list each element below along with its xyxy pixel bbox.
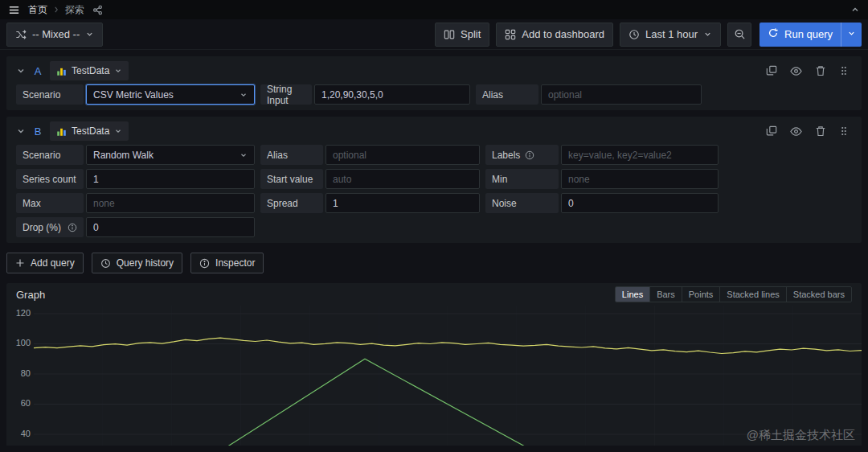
grafana-explore-page: 首页 探索 -- Mixed -- xyxy=(0,0,868,452)
hide-query-eye-icon[interactable] xyxy=(790,125,802,138)
clock-icon xyxy=(628,29,640,40)
time-range-label: Last 1 hour xyxy=(645,28,698,40)
duplicate-query-icon[interactable] xyxy=(766,65,777,76)
query-b-row-3: Max Spread Noise xyxy=(13,193,855,213)
drop-label: Drop (%) xyxy=(16,217,84,237)
alias-field-a[interactable] xyxy=(541,84,702,105)
spread-label: Spread xyxy=(260,193,323,213)
testdata-icon xyxy=(56,66,67,76)
labels-label: Labels xyxy=(485,145,559,165)
run-query-dropdown-button[interactable] xyxy=(841,23,862,47)
query-editor-b: B TestData Scenario Random Walk xyxy=(6,117,862,243)
chevron-down-icon xyxy=(240,151,248,159)
query-a-header: A TestData xyxy=(13,61,855,80)
inspector-button[interactable]: Inspector xyxy=(190,253,264,273)
run-query-group: Run query xyxy=(760,23,862,47)
scenario-select-a-value: CSV Metric Values xyxy=(93,89,174,101)
mode-stacked-lines-button[interactable]: Stacked lines xyxy=(719,287,785,302)
graph-style-toggle: Lines Bars Points Stacked lines Stacked … xyxy=(615,286,852,302)
spread-field[interactable] xyxy=(326,193,480,213)
chevron-right-icon xyxy=(52,6,60,14)
string-input-label: String Input xyxy=(260,84,312,105)
datasource-picker[interactable]: -- Mixed -- xyxy=(6,23,103,47)
query-a-ref-id: A xyxy=(32,65,43,77)
query-b-row-1: Scenario Random Walk Alias Labels xyxy=(13,145,855,165)
collapse-query-b-icon[interactable] xyxy=(16,126,26,136)
plot-area[interactable] xyxy=(34,306,862,446)
query-b-row-4: Drop (%) xyxy=(13,217,855,237)
y-tick-120: 120 xyxy=(16,308,31,318)
mode-points-button[interactable]: Points xyxy=(682,287,720,302)
collapse-chevron-up-icon[interactable] xyxy=(850,5,860,14)
info-icon[interactable] xyxy=(68,223,77,232)
share-icon[interactable] xyxy=(92,5,103,15)
query-b-datasource-picker[interactable]: TestData xyxy=(50,121,129,141)
info-circle-icon xyxy=(199,258,210,269)
drop-field[interactable] xyxy=(86,217,255,237)
time-range-picker[interactable]: Last 1 hour xyxy=(620,23,721,47)
run-query-label: Run query xyxy=(784,28,833,40)
zoom-out-button[interactable] xyxy=(727,23,751,47)
query-b-datasource-label: TestData xyxy=(72,125,109,137)
duplicate-query-icon[interactable] xyxy=(766,125,777,137)
mode-stacked-bars-button[interactable]: Stacked bars xyxy=(786,287,851,302)
add-query-button[interactable]: Add query xyxy=(6,253,84,273)
breadcrumb: 首页 探索 xyxy=(28,3,84,17)
drag-handle-icon[interactable] xyxy=(839,125,849,137)
labels-label-text: Labels xyxy=(492,150,520,161)
split-button[interactable]: Split xyxy=(435,23,489,47)
chevron-down-icon xyxy=(240,91,248,99)
query-a-datasource-picker[interactable]: TestData xyxy=(50,61,129,80)
query-history-button[interactable]: Query history xyxy=(92,253,182,273)
alias-field-b[interactable] xyxy=(326,145,480,165)
string-input-field[interactable] xyxy=(314,84,470,105)
graph-panel: Graph Lines Bars Points Stacked lines St… xyxy=(6,283,862,446)
max-field[interactable] xyxy=(86,193,255,213)
plus-icon xyxy=(15,258,25,268)
split-label: Split xyxy=(461,28,481,40)
chevron-down-icon xyxy=(85,30,94,39)
sync-icon xyxy=(768,27,779,41)
chevron-down-icon xyxy=(114,127,122,135)
add-query-label: Add query xyxy=(31,257,75,269)
y-tick-80: 80 xyxy=(21,368,31,378)
drag-handle-icon[interactable] xyxy=(839,65,849,76)
scenario-label: Scenario xyxy=(16,145,84,165)
scenario-select-b-value: Random Walk xyxy=(93,150,154,161)
inspector-label: Inspector xyxy=(215,257,255,269)
labels-field[interactable] xyxy=(561,145,719,165)
menu-icon[interactable] xyxy=(8,4,20,16)
explore-content: A TestData Scenario CSV Metric Values xyxy=(0,50,868,452)
breadcrumb-current[interactable]: 探索 xyxy=(65,3,84,17)
mode-bars-button[interactable]: Bars xyxy=(649,287,682,302)
apps-grid-icon xyxy=(505,29,516,40)
run-query-button[interactable]: Run query xyxy=(760,23,841,47)
alias-label-a: Alias xyxy=(476,84,538,105)
series-count-field[interactable] xyxy=(86,169,255,189)
mode-lines-button[interactable]: Lines xyxy=(616,287,649,302)
min-field[interactable] xyxy=(561,169,719,189)
search-minus-icon xyxy=(734,28,746,40)
scenario-select-a[interactable]: CSV Metric Values xyxy=(86,84,255,105)
info-icon[interactable] xyxy=(525,150,534,160)
graph-canvas xyxy=(34,306,862,446)
add-to-dashboard-button[interactable]: Add to dashboard xyxy=(496,23,613,47)
alias-label-b: Alias xyxy=(260,145,323,165)
history-clock-icon xyxy=(100,258,111,269)
hide-query-eye-icon[interactable] xyxy=(790,65,802,77)
y-tick-60: 60 xyxy=(21,398,31,408)
delete-query-trash-icon[interactable] xyxy=(815,125,826,137)
delete-query-trash-icon[interactable] xyxy=(815,65,826,76)
chevron-down-icon xyxy=(703,30,712,39)
query-a-row-1: Scenario CSV Metric Values String Input … xyxy=(13,84,855,105)
query-b-actions xyxy=(766,125,852,138)
scenario-select-b[interactable]: Random Walk xyxy=(86,145,255,165)
collapse-query-a-icon[interactable] xyxy=(16,66,26,76)
noise-field[interactable] xyxy=(561,193,719,213)
y-tick-40: 40 xyxy=(21,429,31,438)
breadcrumb-home[interactable]: 首页 xyxy=(28,3,47,17)
query-editor-a: A TestData Scenario CSV Metric Values xyxy=(6,56,862,110)
query-a-actions xyxy=(766,65,852,77)
chevron-down-icon xyxy=(114,67,122,75)
start-value-field[interactable] xyxy=(326,169,480,189)
